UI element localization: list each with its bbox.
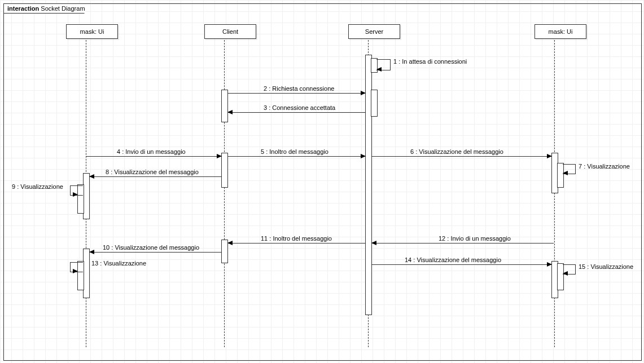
arrow-icon <box>361 154 366 158</box>
message-label: 14 : Visualizzazione del messaggio <box>405 256 501 263</box>
frame-kind: interaction <box>7 5 39 12</box>
message-arrow <box>227 243 365 244</box>
message-label: 13 : Visualizzazione <box>91 260 146 267</box>
interaction-frame: interaction Socket Diagram mask: Ui Clie… <box>3 3 642 361</box>
message-arrow <box>89 252 221 253</box>
lifeline-head-client: Client <box>204 24 256 39</box>
message-arrow <box>227 156 365 157</box>
message-label: 12 : Invio di un messaggio <box>439 235 511 242</box>
message-arrow <box>371 156 551 157</box>
message-label: 11 : Inoltro del messaggio <box>261 235 332 242</box>
message-label: 5 : Inoltro del messaggio <box>261 148 328 155</box>
message-arrow <box>227 93 365 94</box>
arrow-icon <box>563 171 568 175</box>
arrow-icon <box>563 271 568 276</box>
lifeline-dash <box>554 40 555 347</box>
arrow-icon <box>227 110 233 114</box>
message-label: 15 : Visualizzazione <box>579 263 633 270</box>
message-label: 10 : Visualizzazione del messaggio <box>103 244 199 251</box>
message-label: 1 : In attesa di connessioni <box>393 58 467 65</box>
frame-label: interaction Socket Diagram <box>3 3 91 14</box>
message-label: 8 : Visualizzazione del messaggio <box>106 169 199 175</box>
diagram-canvas: interaction Socket Diagram mask: Ui Clie… <box>0 0 644 363</box>
message-arrow <box>371 264 551 265</box>
lifeline-head-ui2: mask: Ui <box>535 24 586 39</box>
arrow-icon <box>361 91 366 95</box>
message-arrow <box>89 176 221 177</box>
arrow-icon <box>547 262 552 267</box>
lifeline-label: Server <box>365 28 383 35</box>
message-label: 3 : Connessione accettata <box>264 104 335 111</box>
arrow-icon <box>547 154 552 158</box>
lifeline-head-server: Server <box>348 24 400 39</box>
arrow-icon <box>89 174 94 179</box>
lifeline-label: mask: Ui <box>80 28 104 35</box>
arrow-icon <box>73 192 78 197</box>
lifeline-dash <box>224 40 225 347</box>
lifeline-label: mask: Ui <box>549 28 573 35</box>
arrow-icon <box>89 250 94 254</box>
message-arrow <box>86 156 221 157</box>
activation <box>371 90 378 117</box>
message-label: 7 : Visualizzazione <box>579 163 630 170</box>
arrow-icon <box>217 154 222 158</box>
activation <box>221 90 228 122</box>
message-arrow <box>371 243 554 244</box>
message-label: 6 : Visualizzazione del messaggio <box>410 148 503 155</box>
message-label: 4 : Invio di un messaggio <box>117 148 186 155</box>
arrow-icon <box>371 241 376 245</box>
arrow-icon <box>227 241 233 245</box>
lifeline-head-ui1: mask: Ui <box>66 24 118 39</box>
frame-title: Socket Diagram <box>41 5 85 12</box>
activation <box>221 153 228 188</box>
message-label: 2 : Richiesta connessione <box>264 85 334 92</box>
lifeline-label: Client <box>222 28 238 35</box>
message-label: 9 : Visualizzazione <box>12 183 63 190</box>
arrow-icon <box>376 67 382 72</box>
message-arrow <box>227 112 365 113</box>
arrow-icon <box>73 269 78 273</box>
